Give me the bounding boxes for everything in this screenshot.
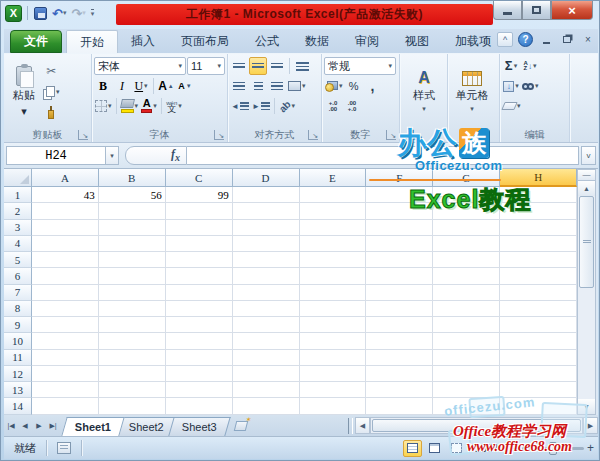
zoom-slider[interactable] (522, 447, 584, 450)
decrease-decimal-button[interactable]: .00+.0 (343, 97, 361, 115)
scrollbar-track[interactable] (578, 288, 595, 399)
fill-color-button[interactable]: ▾ (120, 97, 140, 115)
customize-qat-button[interactable]: ▾ (90, 4, 96, 22)
bold-button[interactable]: B (94, 77, 112, 95)
grid-cell[interactable] (233, 187, 300, 203)
grid-cell[interactable] (300, 382, 367, 398)
top-align-button[interactable] (230, 57, 248, 75)
last-sheet-button[interactable]: ▶| (46, 418, 60, 434)
grid-cell[interactable] (433, 333, 500, 349)
grid-cell[interactable] (233, 317, 300, 333)
next-sheet-button[interactable]: ▶ (32, 418, 46, 434)
grid-cell[interactable] (233, 333, 300, 349)
grid-cell[interactable] (32, 366, 99, 382)
grid-cell[interactable] (300, 236, 367, 252)
row-header[interactable]: 14 (4, 398, 32, 414)
tab-splitter[interactable] (348, 418, 353, 434)
ribbon-tab[interactable]: 开始 (66, 30, 118, 53)
grid-cell[interactable] (300, 203, 367, 219)
row-header[interactable]: 3 (4, 220, 32, 236)
grid-cell[interactable] (166, 333, 233, 349)
zoom-in-button[interactable]: + (587, 441, 594, 455)
grid-cell[interactable]: 99 (166, 187, 233, 203)
phonetic-guide-button[interactable]: wén文▾ (165, 97, 183, 115)
ribbon-tab[interactable]: 加载项 (442, 30, 504, 53)
grid-cell[interactable] (166, 398, 233, 414)
merge-center-button[interactable]: ▾ (287, 77, 307, 95)
insert-function-button[interactable]: fx (125, 146, 187, 165)
number-format-select[interactable]: 常规▾ (324, 57, 396, 75)
sheet-tab[interactable]: Sheet3 (168, 417, 230, 436)
underline-button[interactable]: U▾ (132, 77, 150, 95)
row-header[interactable]: 8 (4, 301, 32, 317)
grid-cell[interactable] (300, 317, 367, 333)
grid-cell[interactable] (366, 301, 433, 317)
column-header[interactable]: G (433, 169, 500, 187)
scroll-left-button[interactable]: ◀ (355, 417, 370, 434)
column-header[interactable]: B (99, 169, 166, 187)
grid-cell[interactable] (500, 301, 577, 317)
grid-cell[interactable] (366, 366, 433, 382)
sheet-tab[interactable]: Sheet1 (61, 417, 125, 436)
grid-cell[interactable] (433, 220, 500, 236)
column-header[interactable]: H (500, 169, 577, 187)
undo-button[interactable]: ↶▾ (51, 4, 67, 22)
grid-cell[interactable] (300, 350, 367, 366)
prev-sheet-button[interactable]: ◀ (18, 418, 32, 434)
scrollbar-track[interactable] (370, 417, 583, 434)
file-tab[interactable]: 文件 (10, 30, 62, 53)
grid-cell[interactable] (366, 398, 433, 414)
record-macro-button[interactable] (57, 442, 71, 454)
grid-cell[interactable] (500, 268, 577, 284)
scroll-up-button[interactable]: ▲ (578, 181, 595, 196)
font-family-select[interactable]: 宋体▾ (94, 57, 186, 75)
grid-cell[interactable] (32, 301, 99, 317)
percent-format-button[interactable]: % (345, 77, 363, 95)
comma-format-button[interactable]: , (364, 77, 382, 95)
maximize-button[interactable] (522, 1, 551, 20)
grid-cell[interactable]: 43 (32, 187, 99, 203)
row-header[interactable]: 1 (4, 187, 32, 203)
grid-cell[interactable] (166, 301, 233, 317)
grid-cell[interactable] (500, 366, 577, 382)
grid-cell[interactable] (233, 252, 300, 268)
grid-cell[interactable] (433, 366, 500, 382)
grid-cell[interactable] (500, 285, 577, 301)
grid-cell[interactable] (99, 333, 166, 349)
vertical-scrollbar[interactable]: — ▲ ▼ (577, 169, 596, 415)
grid-cell[interactable] (166, 252, 233, 268)
grid-cell[interactable] (166, 285, 233, 301)
grid-cell[interactable] (233, 398, 300, 414)
wrap-text-button[interactable] (293, 57, 311, 75)
column-header[interactable]: D (233, 169, 300, 187)
grid-cell[interactable] (500, 187, 577, 203)
scroll-right-button[interactable]: ▶ (583, 417, 598, 434)
grid-cell[interactable] (32, 333, 99, 349)
grid-cell[interactable] (233, 301, 300, 317)
grid-cell[interactable] (32, 382, 99, 398)
grid-cell[interactable] (99, 236, 166, 252)
split-box[interactable]: — (578, 170, 595, 181)
grid-cell[interactable] (99, 350, 166, 366)
row-header[interactable]: 9 (4, 317, 32, 333)
grid-cell[interactable] (32, 317, 99, 333)
close-button[interactable]: × (551, 1, 593, 20)
grid-cell[interactable] (32, 236, 99, 252)
grid-cell[interactable] (32, 203, 99, 219)
grid-cell[interactable] (500, 398, 577, 414)
cell-styles-button[interactable]: A 样式 ▾ (402, 56, 446, 127)
select-all-corner[interactable] (4, 169, 32, 187)
clear-button[interactable]: ▾ (502, 97, 522, 115)
grid-cell[interactable] (99, 252, 166, 268)
grid-cell[interactable] (366, 382, 433, 398)
save-button[interactable] (33, 4, 48, 22)
grid-cell[interactable] (99, 366, 166, 382)
grid-cell[interactable] (300, 333, 367, 349)
grid-cell[interactable] (233, 366, 300, 382)
scrollbar-thumb[interactable] (579, 196, 594, 288)
currency-format-button[interactable]: ▾ (324, 77, 344, 95)
orientation-button[interactable]: ab▾ (278, 97, 296, 115)
grid-cell[interactable] (166, 350, 233, 366)
grid-cell[interactable] (500, 203, 577, 219)
sort-filter-button[interactable]: AZ↓▾ (521, 57, 539, 75)
